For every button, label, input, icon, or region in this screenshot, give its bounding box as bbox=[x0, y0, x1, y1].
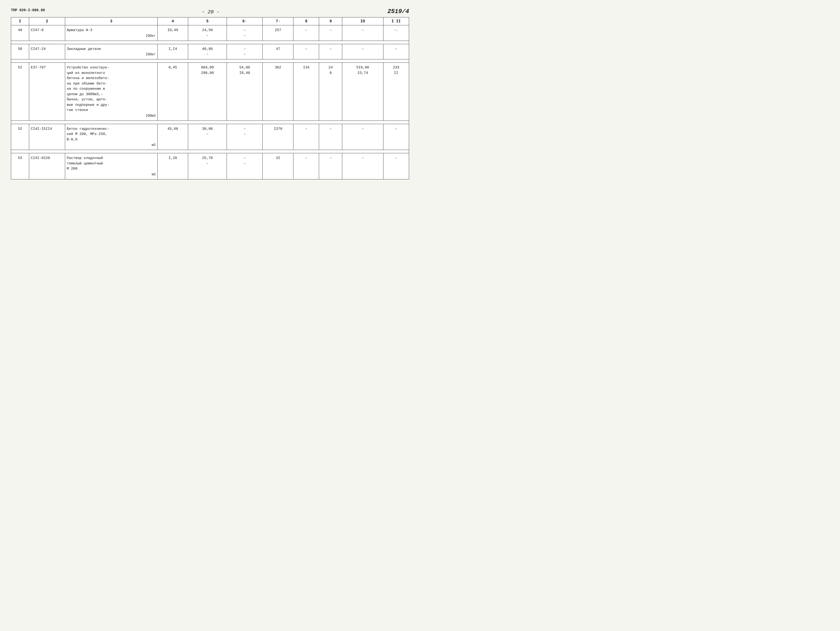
col-header-6: 6· bbox=[227, 17, 263, 25]
table-row: 53СI4I-8228Раствор кладочныйтяжелый цеме… bbox=[11, 153, 409, 180]
cell-row3-col5: 804,00 298,00 bbox=[188, 63, 227, 121]
main-table: I23456·7·89IOI II49СI47-8Арматура А-3I00… bbox=[11, 17, 409, 180]
cell-row3-col9: 24 8 bbox=[319, 63, 342, 121]
cell-row2-col11: – bbox=[383, 44, 409, 60]
cell-row4-col10: – bbox=[342, 124, 384, 150]
cell-row1-col8: – bbox=[294, 25, 319, 41]
cell-row2-col9: – bbox=[319, 44, 342, 60]
cell-row3-col11: 233 II bbox=[383, 63, 409, 121]
cell-row1-col11: –. bbox=[383, 25, 409, 41]
stamp-number: 2519/4 bbox=[376, 8, 409, 15]
cell-row1-col4: IO,49 bbox=[157, 25, 188, 41]
table-row: 49СI47-8Арматура А-3I00кгIO,4924,50 –– –… bbox=[11, 25, 409, 41]
table-spacer-row bbox=[11, 150, 409, 153]
col-header-2: 2 bbox=[29, 17, 65, 25]
cell-row1-col3: Арматура А-3I00кг bbox=[65, 25, 157, 41]
cell-row5-col11: – bbox=[383, 153, 409, 180]
cell-row5-col9: – bbox=[319, 153, 342, 180]
doc-reference: ТПР 820-I-088.88 bbox=[11, 8, 45, 12]
cell-row4-col1: 52 bbox=[11, 124, 29, 150]
col-header-1: I bbox=[11, 17, 29, 25]
cell-row5-col4: I,20 bbox=[157, 153, 188, 180]
cell-row4-col9: – bbox=[319, 124, 342, 150]
cell-row4-col3: Бетон гидротехничес-кий М 200, МРз-I50,В… bbox=[65, 124, 157, 150]
cell-row2-col6: – – bbox=[227, 44, 263, 60]
table-spacer-row bbox=[11, 120, 409, 124]
cell-row4-col5: 30,00 – bbox=[188, 124, 227, 150]
cell-row3-col3: Устройство конструк-ций из монолитногобе… bbox=[65, 63, 157, 121]
cell-row2-col2: СI47-24 bbox=[29, 44, 65, 60]
cell-row3-col7: 362 bbox=[263, 63, 294, 121]
table-row: 50СI47-24Закладные деталиI00кгI,I440,80 … bbox=[11, 44, 409, 60]
cell-row1-col6: – – bbox=[227, 25, 263, 41]
cell-row4-col4: 45,68 bbox=[157, 124, 188, 150]
cell-row5-col3: Раствор кладочныйтяжелый цементныйМ 200м… bbox=[65, 153, 157, 180]
cell-row2-col10: – bbox=[342, 44, 384, 60]
cell-row3-col10: 5I8,00 23,74 bbox=[342, 63, 384, 121]
cell-row5-col10: – bbox=[342, 153, 384, 180]
col-header-5: 5 bbox=[188, 17, 227, 25]
table-row: 5IE37-707Устройство конструк-ций из моно… bbox=[11, 63, 409, 121]
cell-row5-col2: СI4I-8228 bbox=[29, 153, 65, 180]
col-header-7: 7· bbox=[263, 17, 294, 25]
cell-row3-col6: 54,00 I8,40 bbox=[227, 63, 263, 121]
cell-row2-col7: 47 bbox=[263, 44, 294, 60]
table-spacer-row bbox=[11, 41, 409, 44]
page-number: - 20 - bbox=[45, 9, 376, 15]
cell-row1-col9: – bbox=[319, 25, 342, 41]
cell-row3-col4: 0,45 bbox=[157, 63, 188, 121]
col-header-9: 9 bbox=[319, 17, 342, 25]
cell-row4-col11: – bbox=[383, 124, 409, 150]
cell-row4-col8: – bbox=[294, 124, 319, 150]
cell-row1-col5: 24,50 – bbox=[188, 25, 227, 41]
cell-row1-col7: 257 bbox=[263, 25, 294, 41]
cell-row1-col2: СI47-8 bbox=[29, 25, 65, 41]
table-header-row: I23456·7·89IOI II bbox=[11, 17, 409, 25]
cell-row3-col8: I34 bbox=[294, 63, 319, 121]
cell-row4-col6: – – bbox=[227, 124, 263, 150]
table-spacer-row bbox=[11, 60, 409, 63]
col-header-11: I II bbox=[383, 17, 409, 25]
cell-row2-col4: I,I4 bbox=[157, 44, 188, 60]
col-header-10: IO bbox=[342, 17, 384, 25]
cell-row5-col6: – – bbox=[227, 153, 263, 180]
table-row: 52СI4I-I5II4Бетон гидротехничес-кий М 20… bbox=[11, 124, 409, 150]
cell-row1-col10: – bbox=[342, 25, 384, 41]
cell-row3-col2: E37-707 bbox=[29, 63, 65, 121]
cell-row5-col7: 3I bbox=[263, 153, 294, 180]
cell-row4-col2: СI4I-I5II4 bbox=[29, 124, 65, 150]
cell-row4-col7: I370 bbox=[263, 124, 294, 150]
col-header-4: 4 bbox=[157, 17, 188, 25]
col-header-8: 8 bbox=[294, 17, 319, 25]
cell-row2-col5: 40,80 – bbox=[188, 44, 227, 60]
cell-row5-col8: – bbox=[294, 153, 319, 180]
col-header-3: 3 bbox=[65, 17, 157, 25]
cell-row2-col8: – bbox=[294, 44, 319, 60]
cell-row3-col1: 5I bbox=[11, 63, 29, 121]
cell-row2-col1: 50 bbox=[11, 44, 29, 60]
cell-row5-col5: 25,70 – bbox=[188, 153, 227, 180]
cell-row2-col3: Закладные деталиI00кг bbox=[65, 44, 157, 60]
cell-row5-col1: 53 bbox=[11, 153, 29, 180]
cell-row1-col1: 49 bbox=[11, 25, 29, 41]
